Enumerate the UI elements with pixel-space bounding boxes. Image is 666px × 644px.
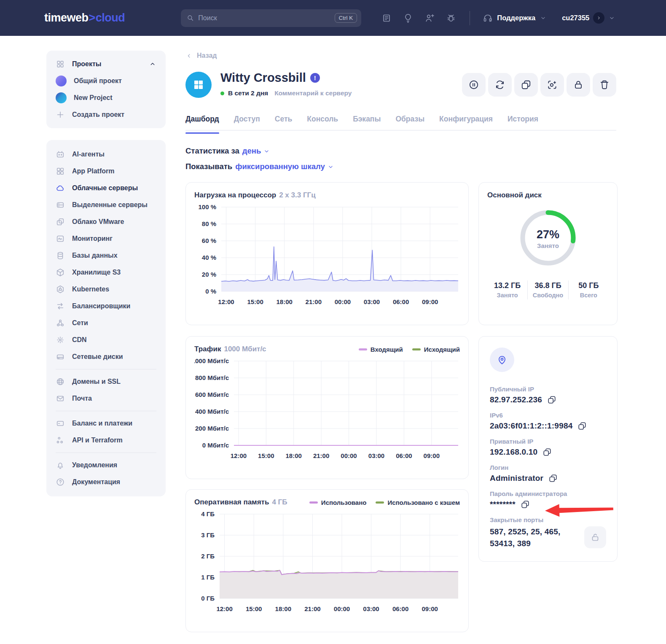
copy-button[interactable]	[542, 447, 552, 457]
ram-chart-subtitle: 4 ГБ	[272, 498, 287, 507]
sidebar-item[interactable]: Kubernetes	[56, 281, 156, 298]
action-snapshot[interactable]	[540, 73, 564, 97]
svg-text:00:00: 00:00	[334, 605, 350, 612]
project-item[interactable]: New Project	[56, 89, 156, 106]
sidebar-item-label: App Platform	[72, 167, 114, 175]
action-restart[interactable]	[488, 73, 512, 97]
copy-button[interactable]	[577, 421, 587, 431]
action-pause[interactable]	[462, 73, 486, 97]
svg-text:80 %: 80 %	[202, 220, 216, 227]
svg-text:60 %: 60 %	[202, 237, 216, 244]
ram-chart-card: Оперативная память 4 ГБ Использовано Исп…	[185, 489, 469, 632]
balance-icon	[56, 302, 65, 311]
sidebar-item[interactable]: AI-агенты	[56, 146, 156, 163]
logo-part2: cloud	[96, 11, 125, 24]
info-badge-icon[interactable]: !	[310, 73, 320, 83]
back-link[interactable]: Назад	[185, 52, 217, 59]
tab[interactable]: История	[508, 115, 538, 134]
svg-text:03:00: 03:00	[364, 298, 380, 305]
tab[interactable]: Дашборд	[185, 115, 219, 134]
sidebar-item[interactable]: Облако VMware	[56, 213, 156, 230]
project-item[interactable]: Общий проект	[56, 73, 156, 89]
sidebar-item-label: Базы данных	[72, 252, 118, 259]
create-project-button[interactable]: Создать проект	[56, 106, 156, 123]
period-dropdown[interactable]: день	[242, 146, 271, 156]
projects-panel: Проекты Общий проект New Project Создать…	[46, 51, 166, 128]
sidebar-item[interactable]: Выделенные серверы	[56, 197, 156, 213]
sidebar-item[interactable]: Хранилище S3	[56, 264, 156, 281]
tab[interactable]: Образы	[395, 115, 424, 134]
svg-text:06:00: 06:00	[396, 452, 412, 459]
disk-stat: 36.8 ГБ Свободно	[527, 280, 568, 299]
projects-list: Общий проект New Project	[56, 73, 156, 106]
action-clone[interactable]	[514, 73, 538, 97]
copy-button[interactable]	[521, 500, 530, 509]
scale-control: Показывать фиксированную шкалу	[185, 162, 334, 171]
tab[interactable]: Сеть	[275, 115, 292, 134]
sidebar-item[interactable]: Балансировщики	[56, 298, 156, 315]
sidebar-item[interactable]: Уведомления	[56, 453, 156, 474]
disk-percent: 27%	[537, 228, 559, 241]
copy-button[interactable]	[548, 474, 558, 483]
cpu-chart-title: Нагрузка на процессор	[194, 191, 276, 199]
disk-stat-label: Свободно	[528, 292, 568, 299]
copy-button[interactable]	[547, 395, 556, 404]
server-status: В сети 2 дня	[228, 89, 268, 97]
svg-text:600 Мбит/с: 600 Мбит/с	[195, 391, 229, 398]
sidebar-item[interactable]: Сети	[56, 315, 156, 331]
vmware-icon	[56, 217, 65, 226]
logo-part1: timeweb	[44, 11, 89, 24]
sidebar-item-label: Хранилище S3	[72, 269, 121, 276]
tab[interactable]: Бэкапы	[353, 115, 381, 134]
mail-icon	[56, 394, 65, 403]
legend-label: Использовано с кэшем	[387, 499, 460, 506]
tab[interactable]: Консоль	[307, 115, 338, 134]
closed-ports-field: Закрытые порты 587, 2525, 25, 465, 53413…	[490, 516, 606, 549]
action-delete[interactable]	[593, 73, 616, 97]
action-lock[interactable]	[567, 73, 590, 97]
svg-text:09:00: 09:00	[422, 298, 438, 305]
info-field-label: Публичный IP	[490, 385, 606, 393]
disk-card-title: Основной диск	[487, 191, 542, 199]
svg-text:3 ГБ: 3 ГБ	[201, 531, 215, 539]
location-pin-icon	[497, 354, 508, 365]
cpu-chart-card: Нагрузка на процессор 2 x 3.3 ГГц 0 %20 …	[185, 182, 469, 325]
refresh-icon	[494, 79, 505, 90]
logo[interactable]: timeweb>cloud	[44, 11, 125, 24]
chevron-up-icon[interactable]	[149, 60, 156, 68]
svg-text:21:00: 21:00	[306, 298, 322, 305]
server-dashboard-page: timeweb>cloud Поиск Ctrl K Поддержка cu2…	[0, 0, 666, 644]
svg-text:200 Мбит/с: 200 Мбит/с	[195, 425, 229, 432]
sidebar-item-label: Выделенные серверы	[72, 201, 148, 209]
sidebar-item[interactable]: Баланс и платежи	[56, 411, 156, 432]
svg-text:21:00: 21:00	[313, 452, 329, 459]
sidebar-item[interactable]: Базы данных	[56, 247, 156, 264]
server-info-card: Публичный IP 82.97.252.236 IPv6 2a03:6f0…	[478, 336, 618, 562]
sidebar-item[interactable]: Домены и SSL	[56, 369, 156, 390]
sidebar-item[interactable]: Документация	[56, 474, 156, 490]
scale-dropdown[interactable]: фиксированную шкалу	[235, 162, 334, 171]
tab[interactable]: Конфигурация	[439, 115, 493, 134]
svg-text:0 Мбит/с: 0 Мбит/с	[202, 442, 229, 449]
projects-header[interactable]: Проекты	[56, 56, 156, 73]
tab[interactable]: Доступ	[234, 115, 260, 134]
trash-icon	[599, 79, 610, 90]
server-comment-link[interactable]: Комментарий к серверу	[274, 89, 352, 97]
unlock-ports-button[interactable]	[584, 526, 606, 548]
sidebar-item[interactable]: App Platform	[56, 163, 156, 180]
svg-text:12:00: 12:00	[218, 298, 234, 305]
svg-text:00:00: 00:00	[335, 298, 351, 305]
chevron-down-icon	[327, 163, 334, 170]
sidebar-item[interactable]: Почта	[56, 390, 156, 407]
sidebar-item[interactable]: Мониторинг	[56, 230, 156, 247]
svg-text:00:00: 00:00	[341, 452, 357, 459]
sidebar-item[interactable]: API и Terraform	[56, 432, 156, 449]
info-field-value: Administrator	[490, 474, 543, 483]
legend-item: Исходящий	[412, 346, 460, 353]
sidebar-item-label: Сетевые диски	[72, 353, 123, 361]
cpu-chart-subtitle: 2 x 3.3 ГГц	[279, 191, 315, 199]
sidebar-item[interactable]: Сетевые диски	[56, 348, 156, 365]
sidebar-item[interactable]: Облачные серверы	[56, 180, 156, 197]
svg-text:20 %: 20 %	[202, 271, 216, 278]
sidebar-item[interactable]: CDN	[56, 331, 156, 348]
